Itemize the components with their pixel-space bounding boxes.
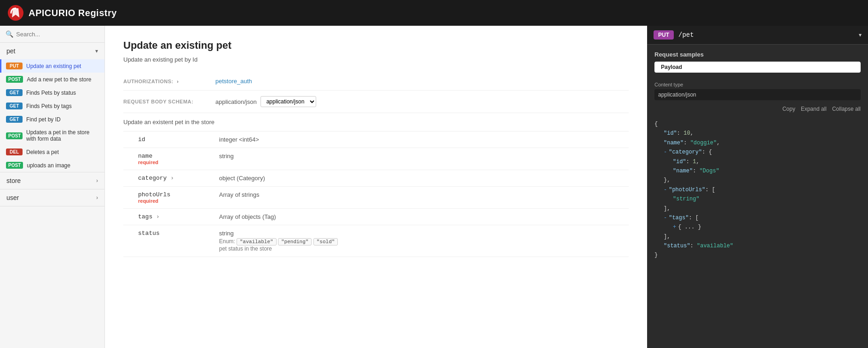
sidebar-item-label-find-id: Find pet by ID xyxy=(26,116,61,123)
authorizations-value[interactable]: petstore_auth xyxy=(215,78,252,85)
method-badge-post-form: POST xyxy=(6,132,23,139)
code-status: "status": "available" xyxy=(654,241,861,251)
chevron-down-icon: ▾ xyxy=(95,48,98,54)
field-desc-status: pet status in the store xyxy=(219,245,629,252)
app-title: APICURIO Registry xyxy=(29,8,117,18)
right-panel-header: PUT /pet ▾ xyxy=(647,26,868,45)
authorizations-row: AUTHORIZATIONS: › petstore_auth xyxy=(123,72,629,91)
sidebar-section-user-header[interactable]: user › xyxy=(0,189,104,206)
method-badge-get-status: GET xyxy=(6,89,23,96)
sidebar-section-pet-header[interactable]: pet ▾ xyxy=(0,43,104,59)
sidebar-section-user: user › xyxy=(0,189,104,206)
sidebar-item-label-finds-tags: Finds Pets by tags xyxy=(26,103,72,109)
endpoint-subtitle: Update an existing pet by Id xyxy=(123,56,629,63)
sidebar-section-pet: pet ▾ PUT Update an existing pet POST Ad… xyxy=(0,43,104,172)
chevron-right-icon-user: › xyxy=(96,194,98,201)
apicurio-logo-icon xyxy=(7,5,24,21)
field-type-status: string Enum: "available" "pending" "sold… xyxy=(219,230,629,252)
sidebar-item-finds-by-tags[interactable]: GET Finds Pets by tags xyxy=(0,99,104,113)
search-bar[interactable]: 🔍 xyxy=(0,26,104,43)
code-category-id: "id": 1, xyxy=(654,157,861,166)
field-type-photo-urls: Array of strings xyxy=(219,191,629,198)
logo: APICURIO Registry xyxy=(7,5,117,21)
sidebar-section-user-label: user xyxy=(6,194,19,201)
sidebar-item-label-finds-status: Finds Pets by status xyxy=(26,90,76,96)
method-badge-post-upload: POST xyxy=(6,162,23,169)
code-actions: Copy Expand all Collapse all xyxy=(647,102,868,114)
sidebar: 🔍 pet ▾ PUT Update an existing pet POST … xyxy=(0,26,105,348)
navbar: APICURIO Registry xyxy=(0,0,868,26)
field-tags: tags › Array of objects (Tag) xyxy=(123,209,629,225)
right-panel: PUT /pet ▾ Request samples Payload Conte… xyxy=(647,26,868,348)
panel-chevron-icon[interactable]: ▾ xyxy=(859,32,862,38)
content-type-select[interactable]: application/json xyxy=(654,89,861,100)
method-badge-get-tags: GET xyxy=(6,103,23,109)
method-badge-post-add: POST xyxy=(6,76,23,83)
request-samples-label: Request samples xyxy=(647,45,868,62)
field-name-name: name xyxy=(138,153,212,160)
sidebar-item-find-by-id[interactable]: GET Find pet by ID xyxy=(0,113,104,126)
sidebar-item-label-add-pet: Add a new pet to the store xyxy=(27,76,91,83)
code-tags-item: +{ ... } xyxy=(654,222,861,232)
sidebar-section-pet-label: pet xyxy=(6,47,15,55)
field-name-tags: tags › xyxy=(138,213,212,220)
field-photo-urls: photoUrls required Array of strings xyxy=(123,187,629,209)
sidebar-item-label-update-pet: Update an existing pet xyxy=(26,63,81,69)
content-type-row: Content type application/json xyxy=(647,78,868,102)
code-tags-close: ], xyxy=(654,232,861,241)
field-type-name: string xyxy=(219,153,629,160)
content-type-label: Content type xyxy=(654,82,861,87)
content-type-value: application/json xyxy=(215,98,257,105)
field-required-photo-urls: required xyxy=(138,198,212,204)
copy-button[interactable]: Copy xyxy=(782,106,795,112)
method-badge-put-update: PUT xyxy=(6,63,23,69)
enum-badge-available: "available" xyxy=(237,238,277,245)
sidebar-item-label-update-form: Updates a pet in the store with form dat… xyxy=(26,129,100,142)
code-name: "name": "doggie", xyxy=(654,138,861,148)
sidebar-item-label-delete-pet: Deletes a pet xyxy=(26,149,59,155)
request-body-schema-controls: application/json application/json xyxy=(215,96,316,107)
code-block: { "id": 10, "name": "doggie", -"category… xyxy=(647,114,868,348)
field-type-id: integer <int64> xyxy=(219,136,629,143)
field-name-id: id xyxy=(138,136,212,143)
endpoint-title: Update an existing pet xyxy=(123,40,629,51)
sidebar-item-delete-pet[interactable]: DEL Deletes a pet xyxy=(0,145,104,159)
sidebar-section-store-header[interactable]: store › xyxy=(0,172,104,189)
code-photo-urls-item: "string" xyxy=(654,194,861,204)
field-id: id integer <int64> xyxy=(123,131,629,148)
authorizations-label: AUTHORIZATIONS: › xyxy=(123,79,206,84)
method-badge-get-id: GET xyxy=(6,116,23,123)
sidebar-item-finds-by-status[interactable]: GET Finds Pets by status xyxy=(0,86,104,99)
field-name-category: category › xyxy=(138,175,212,182)
sidebar-item-upload-image[interactable]: POST uploads an image xyxy=(0,159,104,172)
arrow-icon: › xyxy=(177,79,179,84)
main-content: Update an existing pet Update an existin… xyxy=(105,26,647,348)
field-type-tags: Array of objects (Tag) xyxy=(219,213,629,220)
collapse-all-button[interactable]: Collapse all xyxy=(832,106,861,112)
sidebar-item-add-pet[interactable]: POST Add a new pet to the store xyxy=(0,73,104,86)
code-category: -"category": { xyxy=(654,148,861,157)
description-text: Update an existent pet in the store xyxy=(123,113,629,131)
field-category: category › object (Category) xyxy=(123,170,629,187)
endpoint-path: /pet xyxy=(678,31,854,39)
sidebar-item-update-form[interactable]: POST Updates a pet in the store with for… xyxy=(0,126,104,145)
sidebar-item-label-upload: uploads an image xyxy=(27,162,70,169)
code-photo-urls-close: ], xyxy=(654,204,861,213)
field-name: name required string xyxy=(123,148,629,170)
field-name-status: status xyxy=(138,230,212,237)
method-pill-put: PUT xyxy=(654,30,674,40)
code-close-brace: } xyxy=(654,251,861,260)
enum-badge-pending: "pending" xyxy=(278,238,312,245)
code-id: "id": 10, xyxy=(654,129,861,138)
payload-tab[interactable]: Payload xyxy=(654,62,861,73)
search-icon: 🔍 xyxy=(6,30,13,38)
field-type-category: object (Category) xyxy=(219,175,629,182)
content-type-dropdown[interactable]: application/json xyxy=(260,96,316,107)
request-body-label: REQUEST BODY SCHEMA: xyxy=(123,99,206,104)
code-category-name: "name": "Dogs" xyxy=(654,166,861,176)
expand-all-button[interactable]: Expand all xyxy=(801,106,827,112)
field-status: status string Enum: "available" "pending… xyxy=(123,225,629,257)
search-input[interactable] xyxy=(16,31,99,38)
sidebar-item-update-pet[interactable]: PUT Update an existing pet xyxy=(0,59,104,73)
code-category-close: }, xyxy=(654,176,861,185)
